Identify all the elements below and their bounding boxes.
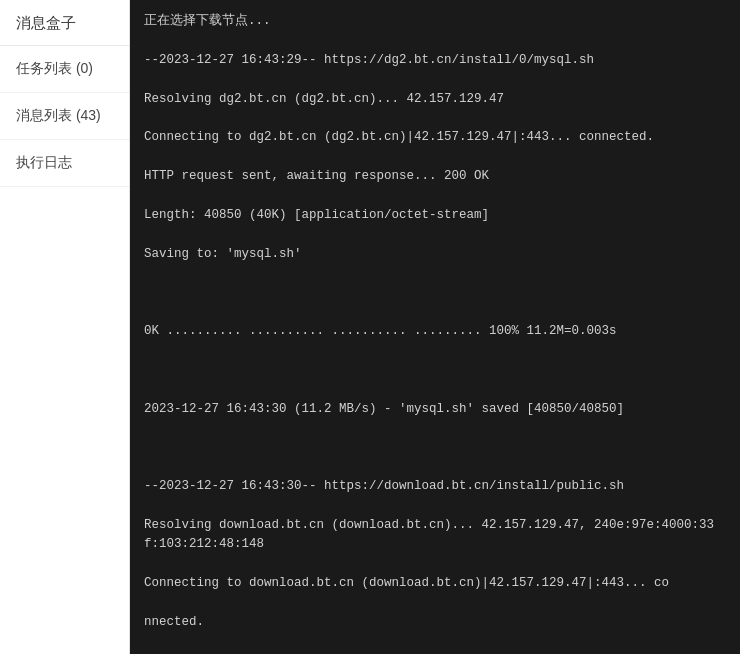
terminal-line bbox=[144, 438, 726, 457]
terminal-line: Connecting to download.bt.cn (download.b… bbox=[144, 574, 726, 593]
sidebar-title: 消息盒子 bbox=[0, 0, 129, 46]
terminal-line: Resolving dg2.bt.cn (dg2.bt.cn)... 42.15… bbox=[144, 90, 726, 109]
terminal-line: 0K .......... .......... .......... ....… bbox=[144, 322, 726, 341]
terminal-line: --2023-12-27 16:43:29-- https://dg2.bt.c… bbox=[144, 51, 726, 70]
terminal-line: 2023-12-27 16:43:30 (11.2 MB/s) - 'mysql… bbox=[144, 400, 726, 419]
terminal-line: HTTP request sent, awaiting response... … bbox=[144, 167, 726, 186]
terminal-line: Length: 40850 (40K) [application/octet-s… bbox=[144, 206, 726, 225]
sidebar: 消息盒子 任务列表 (0) 消息列表 (43) 执行日志 bbox=[0, 0, 130, 654]
terminal-line: 正在选择下载节点... bbox=[144, 12, 726, 31]
sidebar-item-task-list[interactable]: 任务列表 (0) bbox=[0, 46, 129, 93]
terminal-line: Resolving download.bt.cn (download.bt.cn… bbox=[144, 516, 726, 555]
terminal-line: Saving to: 'mysql.sh' bbox=[144, 245, 726, 264]
terminal-line bbox=[144, 361, 726, 380]
terminal-line bbox=[144, 283, 726, 302]
terminal-line: --2023-12-27 16:43:30-- https://download… bbox=[144, 477, 726, 496]
sidebar-item-message-list[interactable]: 消息列表 (43) bbox=[0, 93, 129, 140]
sidebar-item-exec-log[interactable]: 执行日志 bbox=[0, 140, 129, 187]
main-content: 正在选择下载节点... --2023-12-27 16:43:29-- http… bbox=[130, 0, 740, 654]
terminal-line: Connecting to dg2.bt.cn (dg2.bt.cn)|42.1… bbox=[144, 128, 726, 147]
terminal-line: nnected. bbox=[144, 613, 726, 632]
terminal-output[interactable]: 正在选择下载节点... --2023-12-27 16:43:29-- http… bbox=[130, 0, 740, 654]
